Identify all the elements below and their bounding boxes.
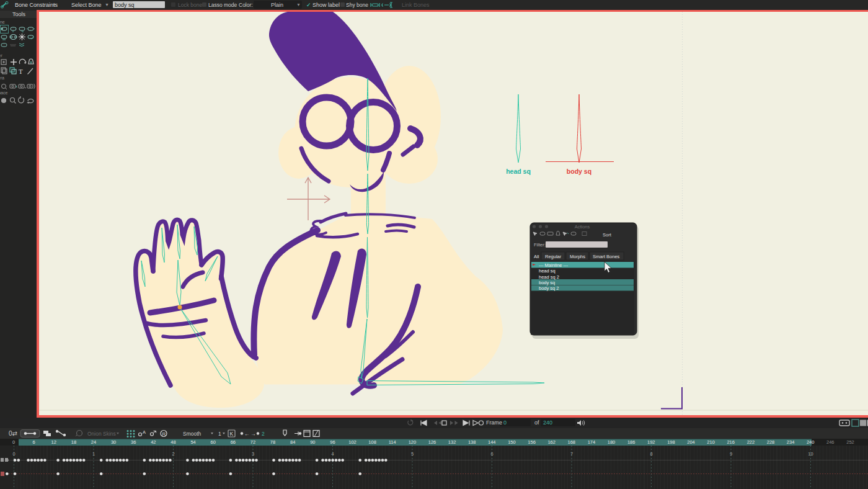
svg-text:head sq 2: head sq 2 [539,274,559,280]
svg-text:12: 12 [51,439,56,445]
svg-text:48: 48 [170,439,175,445]
svg-text:42: 42 [151,439,156,445]
svg-text:T: T [19,68,23,75]
svg-text:216: 216 [727,439,735,445]
svg-text:Onion Skins: Onion Skins [87,431,116,437]
svg-text:180: 180 [608,439,616,445]
svg-text:30: 30 [111,439,116,445]
svg-text:Smooth: Smooth [183,431,202,437]
svg-text:body sq: body sq [567,168,591,175]
svg-text:9: 9 [730,451,732,457]
svg-text:222: 222 [747,439,755,445]
svg-text:6: 6 [33,439,35,445]
svg-text:K: K [230,431,234,437]
svg-text:All: All [534,254,539,259]
svg-text:54: 54 [190,439,195,445]
svg-text:0: 0 [12,451,15,457]
svg-text:8: 8 [650,451,652,457]
svg-text:168: 168 [568,439,576,445]
svg-text:6: 6 [490,451,493,457]
svg-text:198: 198 [667,439,675,445]
svg-text:96: 96 [330,439,335,445]
svg-text:Sort: Sort [603,232,612,238]
svg-text:90: 90 [310,439,315,445]
svg-text:3: 3 [252,451,254,457]
svg-text:orkspace: orkspace [0,91,8,96]
svg-text:body sq 2: body sq 2 [539,285,559,291]
svg-text:66: 66 [231,439,236,445]
svg-text:1: 1 [92,451,95,457]
svg-text:192: 192 [647,439,655,445]
svg-text:84: 84 [290,439,295,445]
svg-text:114: 114 [389,439,396,445]
svg-text:186: 186 [627,439,636,445]
svg-text:204: 204 [687,439,695,445]
svg-text:132: 132 [448,439,456,445]
svg-text:60: 60 [211,439,216,445]
svg-text:138: 138 [468,439,476,445]
svg-text:Morphs: Morphs [570,254,585,259]
svg-text:108: 108 [368,439,376,445]
svg-text:5: 5 [411,451,414,457]
svg-text:Filter:: Filter: [534,242,546,248]
svg-text:150: 150 [508,439,516,445]
svg-text:0: 0 [12,439,15,445]
svg-text:210: 210 [707,439,715,445]
svg-text:Smart Bones: Smart Bones [593,254,620,259]
svg-text:mera: mera [0,76,4,80]
svg-text:yer: yer [0,53,2,58]
svg-text:72: 72 [250,439,255,445]
svg-text:78: 78 [270,439,275,445]
svg-text:head sq: head sq [506,168,531,175]
svg-text:4: 4 [331,451,334,457]
svg-text:162: 162 [547,439,556,445]
svg-text:←: ← [244,431,250,437]
svg-text:126: 126 [428,439,436,445]
svg-text:174: 174 [588,439,596,445]
svg-text:Actions: Actions [575,224,590,230]
svg-text:156: 156 [528,439,536,445]
svg-text:102: 102 [348,439,356,445]
svg-text:144: 144 [488,439,496,445]
svg-text:head sq: head sq [539,268,556,274]
svg-text:--- Mainline ---: --- Mainline --- [539,262,569,268]
svg-text:Regular: Regular [545,254,562,259]
svg-text:10: 10 [808,451,813,457]
svg-text:A: A [143,429,146,435]
svg-text:→: → [250,431,256,437]
svg-text:0⇄: 0⇄ [9,430,17,437]
svg-text:234: 234 [787,439,795,445]
svg-text:36: 36 [131,439,136,445]
svg-text:24: 24 [91,439,96,445]
svg-text:R: R [162,431,166,437]
svg-text:1: 1 [218,431,221,437]
svg-text:one: one [0,20,5,24]
svg-text:18: 18 [71,439,76,445]
svg-text:2: 2 [262,431,265,437]
svg-text:2: 2 [172,451,174,457]
svg-text:240: 240 [807,439,815,445]
svg-text:120: 120 [409,439,417,445]
svg-text:body sq: body sq [539,280,555,285]
svg-text:7: 7 [570,451,573,457]
svg-text:228: 228 [767,439,775,445]
svg-text:252: 252 [846,439,854,445]
svg-text:246: 246 [826,439,835,445]
